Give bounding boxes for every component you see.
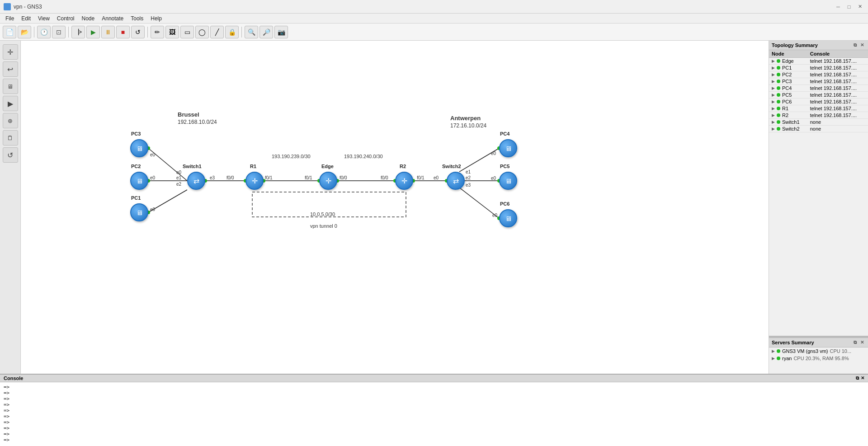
ellipse-button[interactable]: ◯: [195, 26, 209, 38]
table-row[interactable]: ▶ Switch1 none: [769, 119, 868, 126]
label-pc5: PC5: [500, 164, 509, 169]
table-row[interactable]: ▶ R1 telnet 192.168.157....: [769, 105, 868, 112]
play-tool[interactable]: ▶: [3, 96, 18, 111]
console-content[interactable]: =>=>=>=>=>=>=>=>=>=>: [0, 382, 868, 446]
console-value: telnet 192.168.157....: [807, 65, 868, 71]
menu-view[interactable]: View: [34, 14, 53, 23]
table-row[interactable]: ▶ PC1 telnet 192.168.157....: [769, 65, 868, 71]
svg-text:e3: e3: [466, 183, 471, 188]
menu-control[interactable]: Control: [53, 14, 78, 23]
start-button[interactable]: ▶: [86, 26, 100, 38]
capture-button[interactable]: 📷: [274, 26, 288, 38]
menu-file[interactable]: File: [2, 14, 18, 23]
table-row[interactable]: ▶ PC5 telnet 192.168.157....: [769, 92, 868, 99]
node-pc4[interactable]: 🖥: [499, 139, 517, 157]
minimize-button[interactable]: ─: [834, 2, 843, 11]
status-dot: [777, 86, 780, 90]
history-button[interactable]: 🕐: [37, 26, 51, 38]
image-button[interactable]: 🖼: [165, 26, 179, 38]
expand-arrow[interactable]: ▶: [772, 93, 775, 97]
expand-arrow[interactable]: ▶: [772, 106, 775, 111]
reload-button[interactable]: ↺: [131, 26, 145, 38]
node-pc1[interactable]: 🖥: [130, 203, 148, 221]
app-icon: [4, 3, 11, 10]
node-name: PC3: [782, 79, 792, 84]
table-row[interactable]: ▶ Switch2 none: [769, 126, 868, 132]
label-pc4: PC4: [500, 131, 509, 136]
terminal-button[interactable]: ▕>: [71, 26, 85, 38]
topology-close-btn[interactable]: ✕: [859, 42, 865, 48]
expand-arrow[interactable]: ▶: [772, 99, 775, 104]
node-pc6[interactable]: 🖥: [499, 209, 517, 227]
table-row[interactable]: ▶ PC2 telnet 192.168.157....: [769, 71, 868, 78]
expand-arrow[interactable]: ▶: [772, 356, 775, 361]
rect-button[interactable]: ▭: [180, 26, 194, 38]
menu-edit[interactable]: Edit: [18, 14, 34, 23]
topology-tool[interactable]: ⊕: [3, 113, 18, 128]
back-tool[interactable]: ↩: [3, 61, 18, 77]
menu-tools[interactable]: Tools: [127, 14, 147, 23]
screenshot-button[interactable]: ⊡: [52, 26, 66, 38]
node-r1[interactable]: ✛: [245, 172, 264, 190]
menubar: File Edit View Control Node Annotate Too…: [0, 14, 868, 23]
open-button[interactable]: 📂: [18, 26, 31, 38]
expand-arrow[interactable]: ▶: [772, 113, 775, 117]
window-controls: ─ □ ✕: [834, 2, 864, 11]
expand-arrow[interactable]: ▶: [772, 79, 775, 84]
expand-arrow[interactable]: ▶: [772, 59, 775, 63]
canvas-area[interactable]: e0 e0 e0 e0 e1 e2 e3 f0/0 f0/1 f0/1: [21, 41, 769, 374]
line-button[interactable]: ╱: [210, 26, 224, 38]
server-row[interactable]: ▶ ryan CPU 20.3%, RAM 95.8%: [769, 355, 868, 362]
undo-tool[interactable]: ↺: [3, 147, 18, 163]
servers-float-btn[interactable]: ⧉: [852, 339, 858, 346]
status-dot: [777, 357, 780, 360]
expand-arrow[interactable]: ▶: [772, 349, 775, 353]
table-row[interactable]: ▶ Edge telnet 192.168.157....: [769, 58, 868, 65]
table-row[interactable]: ▶ R2 telnet 192.168.157....: [769, 112, 868, 119]
stop-button[interactable]: ■: [116, 26, 130, 38]
svg-text:e2: e2: [466, 175, 471, 180]
server-info: CPU 20.3%, RAM 95.8%: [793, 356, 849, 361]
servers-close-btn[interactable]: ✕: [859, 339, 865, 346]
console-value: telnet 192.168.157....: [807, 78, 868, 85]
expand-arrow[interactable]: ▶: [772, 127, 775, 131]
maximize-button[interactable]: □: [844, 2, 854, 11]
notes-tool[interactable]: 🗒: [3, 130, 18, 146]
node-edge[interactable]: ✛: [319, 172, 337, 190]
expand-arrow[interactable]: ▶: [772, 66, 775, 70]
console-float-btn[interactable]: ⧉: [856, 376, 859, 381]
node-pc5[interactable]: 🖥: [499, 172, 517, 190]
menu-node[interactable]: Node: [78, 14, 99, 23]
devices-tool[interactable]: 🖥: [3, 79, 18, 94]
zoom-in-button[interactable]: 🔍: [245, 26, 258, 38]
table-row[interactable]: ▶ PC3 telnet 192.168.157....: [769, 78, 868, 85]
edit-button[interactable]: ✏: [151, 26, 164, 38]
console-line: =>: [4, 425, 864, 431]
zoom-out-button[interactable]: 🔎: [259, 26, 273, 38]
new-button[interactable]: 📄: [3, 26, 16, 38]
console-close-btn[interactable]: ✕: [861, 376, 864, 381]
status-dot: [777, 127, 780, 131]
table-row[interactable]: ▶ PC6 telnet 192.168.157....: [769, 99, 868, 105]
node-switch1[interactable]: ⇄: [187, 172, 205, 190]
menu-annotate[interactable]: Annotate: [98, 14, 127, 23]
pause-button[interactable]: ⏸: [101, 26, 115, 38]
svg-line-0: [148, 148, 187, 181]
expand-arrow[interactable]: ▶: [772, 86, 775, 90]
status-dot: [777, 93, 780, 97]
menu-help[interactable]: Help: [147, 14, 165, 23]
lock-button[interactable]: 🔒: [225, 26, 239, 38]
table-row[interactable]: ▶ PC4 telnet 192.168.157....: [769, 85, 868, 92]
topology-float-btn[interactable]: ⧉: [852, 42, 858, 48]
node-pc2[interactable]: 🖥: [130, 172, 148, 190]
server-row[interactable]: ▶ GNS3 VM (gns3 vm) CPU 10...: [769, 347, 868, 355]
node-pc3[interactable]: 🖥: [130, 139, 148, 157]
svg-text:e0: e0: [150, 207, 156, 212]
label-r1: R1: [250, 164, 256, 169]
expand-arrow[interactable]: ▶: [772, 120, 775, 124]
node-switch2[interactable]: ⇄: [447, 172, 465, 190]
node-r2[interactable]: ✛: [395, 172, 413, 190]
expand-arrow[interactable]: ▶: [772, 72, 775, 77]
pointer-tool[interactable]: ✛: [3, 44, 18, 60]
close-button[interactable]: ✕: [855, 2, 864, 11]
